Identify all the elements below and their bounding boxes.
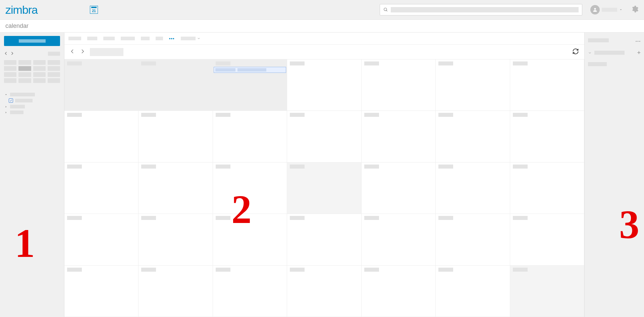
calendar-cell[interactable] xyxy=(64,266,139,317)
cell-date xyxy=(67,61,82,65)
calendar-cell[interactable] xyxy=(436,111,510,162)
next-month-button[interactable] xyxy=(80,49,85,55)
calendar-cell[interactable] xyxy=(213,59,287,111)
toolbar-more-icon[interactable]: ••• xyxy=(169,36,175,41)
mini-calendar-tile[interactable] xyxy=(33,66,46,71)
more-icon[interactable] xyxy=(635,37,641,43)
mini-next-button[interactable] xyxy=(10,51,14,57)
calendar-cell[interactable] xyxy=(64,111,139,162)
calendar-cell[interactable] xyxy=(139,214,213,265)
view-tab[interactable] xyxy=(156,37,163,40)
mini-calendar-tile[interactable] xyxy=(18,78,31,83)
chevron-down-icon xyxy=(588,51,592,55)
calendar-cell[interactable] xyxy=(510,266,584,317)
calendar-cell[interactable] xyxy=(362,111,436,162)
mini-calendar-tile[interactable] xyxy=(48,60,60,65)
calendar-cell[interactable] xyxy=(64,59,139,111)
calendar-cell[interactable] xyxy=(213,111,287,162)
tab-calendar[interactable]: calendar xyxy=(5,22,29,30)
calendar-cell[interactable] xyxy=(64,214,139,265)
cell-date xyxy=(438,113,453,117)
calendar-cell[interactable] xyxy=(287,59,361,111)
mini-calendar-tile[interactable] xyxy=(33,72,46,77)
calendar-cell[interactable] xyxy=(213,214,287,265)
user-menu[interactable] xyxy=(590,5,623,14)
calendar-event[interactable] xyxy=(214,67,286,73)
mini-calendar-tile[interactable] xyxy=(33,78,46,83)
calendar-cell[interactable] xyxy=(213,266,287,317)
mini-calendar-tile[interactable] xyxy=(4,66,16,71)
calendar-cell[interactable] xyxy=(287,111,361,162)
caret-right-icon xyxy=(4,111,8,114)
cell-date xyxy=(438,268,453,272)
view-tab[interactable] xyxy=(103,37,115,40)
mini-calendar-tile[interactable] xyxy=(18,72,31,77)
checkbox-checked-icon[interactable]: ✓ xyxy=(9,98,13,103)
tree-item-trash[interactable] xyxy=(4,109,60,115)
mini-calendar-tile[interactable] xyxy=(18,60,31,65)
app-header: zimbra 21 xyxy=(0,0,644,20)
calendar-cell[interactable] xyxy=(287,214,361,265)
mini-calendar-tile[interactable] xyxy=(4,78,16,83)
mini-calendar-tile[interactable] xyxy=(4,60,16,65)
calendar-cell[interactable] xyxy=(362,214,436,265)
calendar-cell[interactable] xyxy=(213,163,287,214)
mini-prev-button[interactable] xyxy=(4,51,8,57)
search-box[interactable] xyxy=(380,4,582,15)
tree-item-holidays[interactable] xyxy=(4,104,60,109)
calendar-cell[interactable] xyxy=(287,266,361,317)
mini-calendar-grid[interactable] xyxy=(4,60,60,83)
mini-calendar-tile[interactable] xyxy=(48,72,60,77)
cell-date xyxy=(67,216,82,220)
tree-item-calendar[interactable]: ✓ xyxy=(4,97,60,104)
calendar-cell[interactable] xyxy=(436,214,510,265)
add-button[interactable]: + xyxy=(637,51,641,55)
tree-item-label xyxy=(10,105,25,108)
calendar-cell[interactable] xyxy=(436,266,510,317)
calendar-cell[interactable] xyxy=(510,111,584,162)
calendar-cell[interactable] xyxy=(510,214,584,265)
annotation-1: 1 xyxy=(15,220,35,267)
calendar-tree: ✓ xyxy=(4,92,60,115)
calendar-cell[interactable] xyxy=(139,59,213,111)
new-event-button[interactable] xyxy=(4,36,60,46)
cell-date xyxy=(364,113,379,117)
calendar-cell[interactable] xyxy=(362,59,436,111)
cell-date xyxy=(364,165,379,169)
mini-calendar-tile[interactable] xyxy=(48,78,60,83)
calendar-cell[interactable] xyxy=(436,59,510,111)
mini-calendar-tile[interactable] xyxy=(18,66,31,71)
view-tab[interactable] xyxy=(68,37,81,40)
refresh-button[interactable] xyxy=(572,48,579,56)
calendar-cell[interactable] xyxy=(510,59,584,111)
cell-date xyxy=(141,61,156,65)
calendar-cell[interactable] xyxy=(362,266,436,317)
view-tab[interactable] xyxy=(87,37,97,40)
cell-date xyxy=(364,268,379,272)
right-panel-item xyxy=(588,62,641,66)
tree-header-calendars[interactable] xyxy=(4,92,60,97)
view-tab[interactable] xyxy=(121,37,135,40)
calendar-cell[interactable] xyxy=(139,266,213,317)
search-input[interactable] xyxy=(391,7,579,12)
calendar-app-icon[interactable]: 21 xyxy=(90,6,98,14)
calendar-cell[interactable] xyxy=(362,163,436,214)
month-grid[interactable] xyxy=(64,59,584,317)
mini-calendar-tile[interactable] xyxy=(33,60,46,65)
cell-date xyxy=(364,216,379,220)
calendar-cell[interactable] xyxy=(510,163,584,214)
calendar-cell[interactable] xyxy=(64,163,139,214)
calendar-cell[interactable] xyxy=(287,163,361,214)
mini-calendar-tile[interactable] xyxy=(48,66,60,71)
tree-item-label xyxy=(15,99,33,102)
calendar-cell[interactable] xyxy=(436,163,510,214)
calendar-cell[interactable] xyxy=(139,163,213,214)
mini-calendar-tile[interactable] xyxy=(4,72,16,77)
settings-button[interactable] xyxy=(631,5,639,14)
prev-month-button[interactable] xyxy=(70,49,75,55)
toolbar-dropdown[interactable] xyxy=(181,37,201,40)
tab-bar: calendar xyxy=(0,20,644,33)
calendar-cell[interactable] xyxy=(139,111,213,162)
right-panel-section[interactable]: + xyxy=(588,51,641,55)
view-tab[interactable] xyxy=(141,37,150,40)
